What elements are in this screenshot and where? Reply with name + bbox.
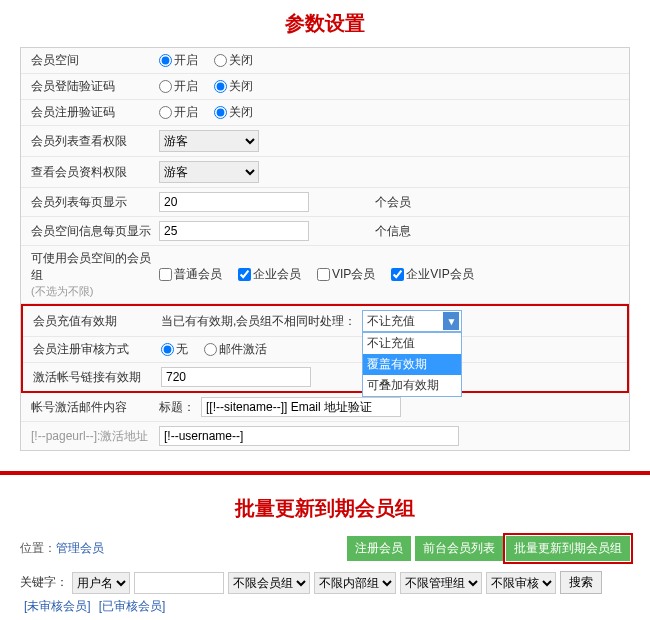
row-activate-mail-content: 帐号激活邮件内容 标题： bbox=[21, 393, 629, 422]
label-login-captcha: 会员登陆验证码 bbox=[21, 78, 151, 95]
audited-link[interactable]: [已审核会员] bbox=[99, 598, 166, 615]
subject-input[interactable] bbox=[201, 397, 401, 417]
section1-title: 参数设置 bbox=[0, 10, 650, 37]
reg-audit-mail[interactable]: 邮件激活 bbox=[204, 341, 267, 358]
row-data-view-perm: 查看会员资料权限 游客 bbox=[21, 157, 629, 188]
admin-group-select[interactable]: 不限管理组 bbox=[400, 572, 482, 594]
subject-label: 标题： bbox=[159, 399, 195, 416]
row-space-groups: 可使用会员空间的会员组(不选为不限) 普通会员 企业会员 VIP会员 企业VIP… bbox=[21, 246, 629, 304]
reg-captcha-on[interactable]: 开启 bbox=[159, 104, 198, 121]
settings-panel: 会员空间 开启 关闭 会员登陆验证码 开启 关闭 会员注册验证码 开启 关闭 会… bbox=[20, 47, 630, 451]
section2-title: 批量更新到期会员组 bbox=[0, 495, 650, 522]
template-input[interactable] bbox=[159, 426, 459, 446]
reg-audit-none[interactable]: 无 bbox=[161, 341, 188, 358]
label-list-per-page: 会员列表每页显示 bbox=[21, 194, 151, 211]
login-captcha-on[interactable]: 开启 bbox=[159, 78, 198, 95]
row-activate-link-validity: 激活帐号链接有效期 bbox=[23, 363, 627, 391]
space-msg-per-page-input[interactable] bbox=[159, 221, 309, 241]
label-space-groups: 可使用会员空间的会员组(不选为不限) bbox=[21, 250, 151, 299]
row-template: [!--pageurl--]:激活地址 bbox=[21, 422, 629, 450]
member-group-select[interactable]: 不限会员组 bbox=[228, 572, 310, 594]
recharge-opt-2[interactable]: 可叠加有效期 bbox=[363, 375, 461, 396]
recharge-select[interactable]: 不让充值▼ 不让充值 覆盖有效期 可叠加有效期 bbox=[362, 310, 462, 332]
label-member-space: 会员空间 bbox=[21, 52, 151, 69]
chk-group-1[interactable]: 企业会员 bbox=[238, 266, 301, 283]
activate-link-validity-input[interactable] bbox=[161, 367, 311, 387]
internal-group-select[interactable]: 不限内部组 bbox=[314, 572, 396, 594]
space-msg-per-page-unit: 个信息 bbox=[375, 223, 411, 240]
label-reg-audit: 会员注册审核方式 bbox=[23, 341, 153, 358]
highlighted-group: 会员充值有效期 当已有有效期,会员组不相同时处理： 不让充值▼ 不让充值 覆盖有… bbox=[21, 304, 629, 393]
keyword-label: 关键字： bbox=[20, 574, 68, 591]
label-activate-link-validity: 激活帐号链接有效期 bbox=[23, 369, 153, 386]
member-space-off[interactable]: 关闭 bbox=[214, 52, 253, 69]
list-per-page-unit: 个会员 bbox=[375, 194, 411, 211]
recharge-options: 不让充值 覆盖有效期 可叠加有效期 bbox=[362, 332, 462, 397]
list-per-page-input[interactable] bbox=[159, 192, 309, 212]
row-login-captcha: 会员登陆验证码 开启 关闭 bbox=[21, 74, 629, 100]
chk-group-3[interactable]: 企业VIP会员 bbox=[391, 266, 473, 283]
row-reg-captcha: 会员注册验证码 开启 关闭 bbox=[21, 100, 629, 126]
reg-captcha-off[interactable]: 关闭 bbox=[214, 104, 253, 121]
row-space-msg-per-page: 会员空间信息每页显示 个信息 bbox=[21, 217, 629, 246]
reg-member-button[interactable]: 注册会员 bbox=[347, 536, 411, 561]
batch-update-button[interactable]: 批量更新到期会员组 bbox=[506, 536, 630, 561]
list-view-perm-select[interactable]: 游客 bbox=[159, 130, 259, 152]
data-view-perm-select[interactable]: 游客 bbox=[159, 161, 259, 183]
row-list-view-perm: 会员列表查看权限 游客 bbox=[21, 126, 629, 157]
front-list-button[interactable]: 前台会员列表 bbox=[415, 536, 503, 561]
breadcrumb-link[interactable]: 管理会员 bbox=[56, 541, 104, 555]
search-button[interactable]: 搜索 bbox=[560, 571, 602, 594]
divider bbox=[0, 471, 650, 475]
row-list-per-page: 会员列表每页显示 个会员 bbox=[21, 188, 629, 217]
filter-row: 关键字： 用户名 不限会员组 不限内部组 不限管理组 不限审核 搜索 [未审核会… bbox=[0, 565, 650, 620]
chk-group-2[interactable]: VIP会员 bbox=[317, 266, 375, 283]
chk-group-0[interactable]: 普通会员 bbox=[159, 266, 222, 283]
keyword-input[interactable] bbox=[134, 572, 224, 594]
row-recharge-validity: 会员充值有效期 当已有有效期,会员组不相同时处理： 不让充值▼ 不让充值 覆盖有… bbox=[23, 306, 627, 337]
row-member-space: 会员空间 开启 关闭 bbox=[21, 48, 629, 74]
chevron-down-icon: ▼ bbox=[443, 312, 459, 330]
label-data-view-perm: 查看会员资料权限 bbox=[21, 164, 151, 181]
label-space-msg-per-page: 会员空间信息每页显示 bbox=[21, 223, 151, 240]
toolbar: 位置：管理会员 注册会员 前台会员列表 批量更新到期会员组 bbox=[0, 532, 650, 565]
keyword-field-select[interactable]: 用户名 bbox=[72, 572, 130, 594]
label-reg-captcha: 会员注册验证码 bbox=[21, 104, 151, 121]
label-list-view-perm: 会员列表查看权限 bbox=[21, 133, 151, 150]
login-captcha-off[interactable]: 关闭 bbox=[214, 78, 253, 95]
breadcrumb: 位置：管理会员 bbox=[20, 540, 104, 557]
member-space-on[interactable]: 开启 bbox=[159, 52, 198, 69]
recharge-prefix: 当已有有效期,会员组不相同时处理： bbox=[161, 313, 356, 330]
label-activate-mail-content: 帐号激活邮件内容 bbox=[21, 399, 151, 416]
recharge-opt-1[interactable]: 覆盖有效期 bbox=[363, 354, 461, 375]
label-template: [!--pageurl--]:激活地址 bbox=[21, 428, 151, 445]
unaudited-link[interactable]: [未审核会员] bbox=[24, 598, 91, 615]
label-recharge-validity: 会员充值有效期 bbox=[23, 313, 153, 330]
recharge-opt-0[interactable]: 不让充值 bbox=[363, 333, 461, 354]
row-reg-audit: 会员注册审核方式 无 邮件激活 bbox=[23, 337, 627, 363]
audit-select[interactable]: 不限审核 bbox=[486, 572, 556, 594]
